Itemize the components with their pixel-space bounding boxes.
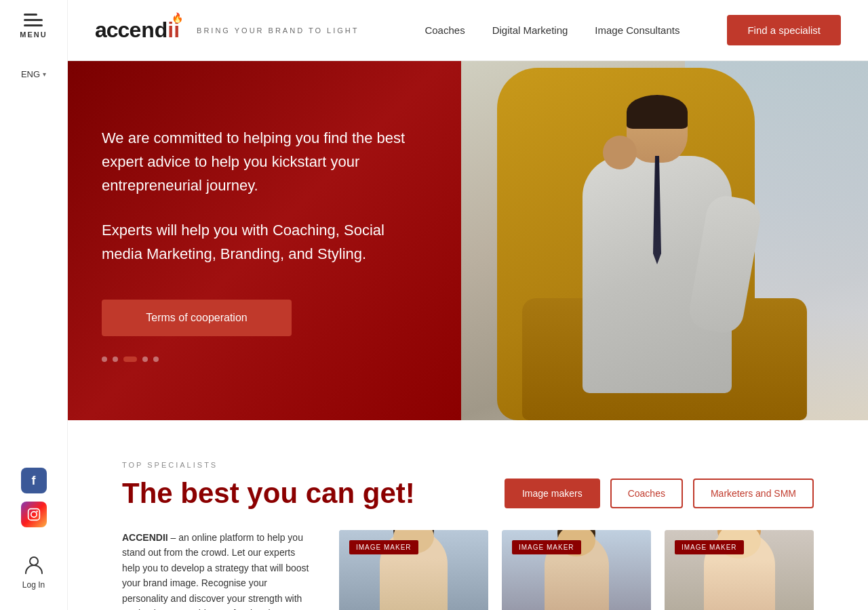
nav-coaches[interactable]: Coaches bbox=[425, 24, 465, 36]
specialists-header: The best you can get! Image makers Coach… bbox=[122, 477, 814, 510]
hero-main-text: We are committed to helping you find the… bbox=[102, 126, 427, 198]
header: acc end i🔥i BRING YOUR BRAND TO LIGHT Co… bbox=[68, 0, 868, 61]
svg-rect-0 bbox=[28, 509, 39, 521]
instagram-icon[interactable] bbox=[21, 502, 47, 527]
logo[interactable]: acc end i🔥i bbox=[95, 18, 180, 43]
logo-flame-text: i🔥i bbox=[167, 18, 180, 43]
image-maker-badge-2: IMAGE MAKER bbox=[512, 540, 581, 554]
dot-3-active[interactable] bbox=[123, 357, 137, 362]
find-specialist-button[interactable]: Find a specialist bbox=[727, 15, 841, 45]
menu-label: MENU bbox=[20, 30, 47, 39]
filter-buttons: Image makers Coaches Marketers and SMM bbox=[505, 479, 814, 508]
language-label: ENG bbox=[21, 69, 40, 79]
logo-area: acc end i🔥i BRING YOUR BRAND TO LIGHT bbox=[95, 18, 359, 43]
logo-text: acc bbox=[95, 18, 129, 43]
specialists-title: The best you can get! bbox=[122, 477, 415, 510]
svg-point-1 bbox=[31, 512, 36, 517]
user-icon bbox=[23, 554, 45, 576]
image-maker-badge-1: IMAGE MAKER bbox=[349, 540, 418, 554]
specialist-card-1[interactable]: IMAGE MAKER bbox=[339, 530, 488, 610]
svg-point-2 bbox=[36, 510, 38, 512]
filter-marketers[interactable]: Marketers and SMM bbox=[693, 479, 814, 508]
specialist-cards: IMAGE MAKER IMAGE MAKER bbox=[339, 530, 814, 610]
filter-coaches[interactable]: Coaches bbox=[610, 479, 683, 508]
social-links: f bbox=[21, 468, 47, 554]
brand-name: ACCENDII bbox=[122, 532, 168, 543]
eyebrow-label: TOP SPECIALISTS bbox=[122, 461, 814, 469]
dot-5[interactable] bbox=[153, 357, 159, 362]
image-maker-badge-3: IMAGE MAKER bbox=[675, 540, 744, 554]
language-selector[interactable]: ENG ▾ bbox=[21, 59, 46, 89]
main-nav: Coaches Digital Marketing Image Consulta… bbox=[425, 15, 841, 45]
svg-point-3 bbox=[30, 557, 38, 565]
facebook-icon[interactable]: f bbox=[21, 468, 47, 493]
main-content: We are committed to helping you find the… bbox=[68, 61, 868, 610]
specialist-card-3[interactable]: IMAGE MAKER bbox=[665, 530, 814, 610]
description-text: ACCENDII – an online platform to help yo… bbox=[122, 530, 312, 610]
hero-secondary-text: Experts will help you with Coaching, Soc… bbox=[102, 218, 427, 266]
login-button[interactable]: Log In bbox=[22, 554, 45, 610]
dot-4[interactable] bbox=[142, 357, 148, 362]
specialists-section: TOP SPECIALISTS The best you can get! Im… bbox=[68, 420, 868, 610]
nav-digital-marketing[interactable]: Digital Marketing bbox=[492, 24, 568, 36]
nav-image-consultants[interactable]: Image Consultants bbox=[595, 24, 679, 36]
specialists-description: ACCENDII – an online platform to help yo… bbox=[122, 530, 312, 610]
hero-image bbox=[461, 61, 868, 420]
specialists-content: ACCENDII – an online platform to help yo… bbox=[122, 530, 814, 610]
terms-button[interactable]: Terms of cooperation bbox=[102, 300, 292, 336]
hero-section: We are committed to helping you find the… bbox=[68, 61, 868, 420]
menu-button[interactable]: MENU bbox=[20, 0, 47, 52]
logo-text-2: end bbox=[129, 18, 167, 43]
specialist-card-2[interactable]: IMAGE MAKER bbox=[502, 530, 651, 610]
filter-image-makers[interactable]: Image makers bbox=[505, 479, 600, 508]
hero-left-panel: We are committed to helping you find the… bbox=[68, 61, 461, 420]
login-label: Log In bbox=[22, 580, 45, 590]
chevron-down-icon: ▾ bbox=[43, 70, 46, 78]
brand-tagline: BRING YOUR BRAND TO LIGHT bbox=[197, 26, 359, 35]
dot-2[interactable] bbox=[113, 357, 118, 362]
carousel-dots bbox=[102, 357, 427, 362]
hamburger-icon bbox=[24, 14, 43, 26]
sidebar: MENU ENG ▾ f Log In bbox=[0, 0, 68, 610]
dot-1[interactable] bbox=[102, 357, 107, 362]
